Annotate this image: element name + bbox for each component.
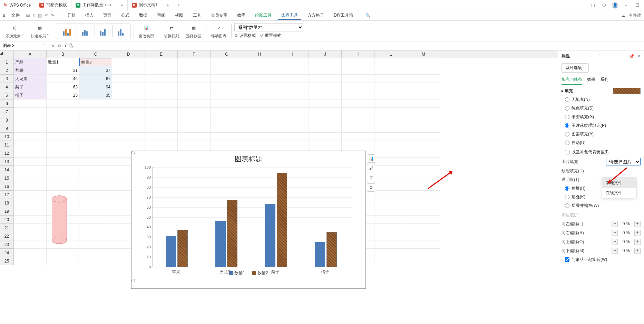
cell[interactable] (79, 182, 112, 191)
cell[interactable] (211, 75, 243, 83)
radio-stack-scale[interactable]: 层叠并缩放(W) (565, 203, 641, 209)
cell[interactable] (342, 58, 374, 66)
radio-auto-fill[interactable]: 自动(U) (565, 140, 641, 146)
cell[interactable] (14, 207, 47, 216)
cell[interactable] (374, 174, 407, 182)
cell[interactable]: 37 (79, 66, 112, 75)
col-header[interactable]: L (374, 50, 407, 58)
row-header[interactable]: 9 (0, 124, 14, 133)
menu-file[interactable]: 文件 (8, 11, 23, 20)
quick-layout-button[interactable]: ▦ 快速布局 ˅ (29, 22, 51, 39)
cell[interactable] (145, 141, 178, 149)
cell[interactable] (407, 108, 440, 116)
cell[interactable] (14, 108, 47, 116)
cell[interactable] (47, 141, 79, 149)
cell[interactable] (243, 66, 276, 75)
series-options-button[interactable]: 系列选项 ˅ (562, 63, 589, 73)
cell[interactable] (79, 240, 112, 249)
col-header[interactable]: A (14, 50, 47, 58)
change-type-button[interactable]: 📊 更改类型 (137, 22, 156, 39)
save-icon[interactable]: 🖫 (26, 13, 30, 18)
cell[interactable] (374, 224, 407, 232)
cell[interactable]: 94 (79, 83, 112, 91)
radio-pattern-fill[interactable]: 图案填充(A) (565, 131, 641, 137)
set-format-button[interactable]: ⚙ 设置格式 (234, 33, 256, 39)
cell[interactable] (309, 141, 342, 149)
tab-fill-line[interactable]: 填充与线条 (562, 75, 582, 85)
cell[interactable]: 橘子 (14, 91, 47, 99)
chart-bar[interactable] (166, 236, 176, 267)
cell[interactable] (374, 240, 407, 249)
cell[interactable] (145, 133, 178, 141)
col-header[interactable]: I (276, 50, 309, 58)
cell[interactable]: 67 (79, 75, 112, 83)
cell[interactable] (178, 66, 211, 75)
cell[interactable] (79, 199, 112, 207)
cell[interactable] (47, 149, 79, 158)
cell[interactable] (407, 58, 440, 66)
cell[interactable] (14, 240, 47, 249)
cell[interactable] (47, 124, 79, 133)
cell[interactable] (112, 58, 145, 66)
cell[interactable] (309, 83, 342, 91)
cell[interactable] (145, 116, 178, 124)
cube-icon[interactable]: ⬡ (601, 2, 607, 9)
cell[interactable] (79, 108, 112, 116)
cell[interactable] (145, 108, 178, 116)
select-data-button[interactable]: ▦ 选择数据 (184, 22, 203, 39)
cell[interactable] (374, 133, 407, 141)
cell[interactable]: 火龙果 (14, 75, 47, 83)
chart-style-4[interactable] (113, 25, 129, 37)
cell[interactable] (276, 133, 309, 141)
cell[interactable] (342, 133, 374, 141)
cell[interactable] (407, 83, 440, 91)
menu-hamburger-icon[interactable]: ≡ (3, 13, 5, 18)
chart-bar[interactable] (277, 173, 287, 267)
cell[interactable] (407, 158, 440, 166)
chart-bar[interactable] (215, 221, 226, 267)
cell[interactable] (112, 91, 145, 99)
menu-data[interactable]: 数据 (136, 11, 151, 20)
menu-start[interactable]: 开始 (64, 11, 79, 20)
cell[interactable] (14, 174, 47, 182)
cell[interactable] (407, 191, 440, 199)
cell[interactable] (309, 124, 342, 133)
cell[interactable] (79, 124, 112, 133)
cell[interactable] (276, 91, 309, 99)
cell[interactable] (342, 141, 374, 149)
row-header[interactable]: 11 (0, 141, 14, 149)
cell[interactable] (342, 66, 374, 75)
cell[interactable] (407, 66, 440, 75)
row-header[interactable]: 20 (0, 216, 14, 224)
row-header[interactable]: 2 (0, 66, 14, 75)
cell[interactable] (47, 108, 79, 116)
chart-filter-icon[interactable]: ▽ (367, 174, 375, 182)
cell[interactable] (79, 116, 112, 124)
chart-title[interactable]: 图表标题 (131, 151, 365, 167)
cell[interactable] (342, 124, 374, 133)
cell[interactable] (243, 108, 276, 116)
cell[interactable] (243, 141, 276, 149)
cell[interactable] (79, 149, 112, 158)
cell[interactable] (374, 83, 407, 91)
spreadsheet[interactable]: ◢ ABCDEFGHIJKLM 123456789101112131415161… (0, 50, 558, 324)
row-header[interactable]: 7 (0, 108, 14, 116)
cell[interactable]: 产品 (14, 58, 47, 66)
cell[interactable] (309, 91, 342, 99)
pin-icon[interactable]: 📌 (629, 54, 634, 59)
row-header[interactable]: 3 (0, 75, 14, 83)
cell[interactable]: 31 (47, 66, 79, 75)
cell[interactable] (14, 249, 47, 257)
menu-tools[interactable]: 工具 (189, 11, 205, 20)
cell[interactable]: 苹果 (14, 66, 47, 75)
cell[interactable] (309, 58, 342, 66)
cell[interactable] (178, 133, 211, 141)
cell[interactable] (309, 133, 342, 141)
cell[interactable] (14, 166, 47, 174)
cell[interactable] (407, 91, 440, 99)
cell[interactable] (14, 124, 47, 133)
cell[interactable] (309, 75, 342, 83)
cell[interactable] (145, 124, 178, 133)
cell[interactable] (407, 182, 440, 191)
cell[interactable] (276, 83, 309, 91)
